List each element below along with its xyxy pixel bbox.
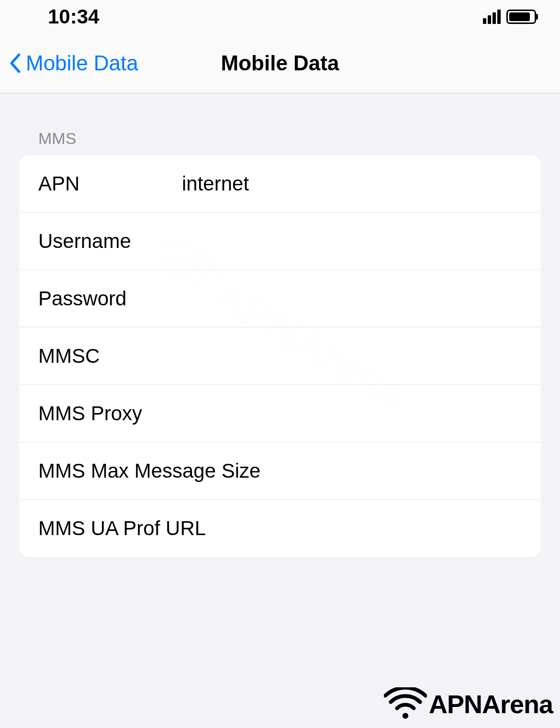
content-area: MMS APN Username Password MMSC MMS Proxy… xyxy=(0,93,560,557)
password-label: Password xyxy=(38,287,182,310)
watermark-logo: APNArena xyxy=(384,687,553,721)
username-input[interactable] xyxy=(182,230,541,253)
password-input[interactable] xyxy=(182,287,541,310)
mms-proxy-label: MMS Proxy xyxy=(38,402,182,425)
apn-row[interactable]: APN xyxy=(19,155,541,213)
chevron-left-icon xyxy=(10,54,21,73)
back-button[interactable]: Mobile Data xyxy=(0,51,138,75)
password-row[interactable]: Password xyxy=(19,270,541,327)
mms-ua-prof-label: MMS UA Prof URL xyxy=(38,517,206,540)
back-label: Mobile Data xyxy=(26,51,138,75)
status-time: 10:34 xyxy=(48,5,99,28)
username-row[interactable]: Username xyxy=(19,213,541,270)
status-bar: 10:34 xyxy=(0,0,560,34)
navigation-bar: Mobile Data Mobile Data xyxy=(0,34,560,93)
apn-input[interactable] xyxy=(182,172,541,195)
section-header-mms: MMS xyxy=(19,129,541,148)
apn-label: APN xyxy=(38,172,182,195)
svg-point-0 xyxy=(403,713,408,718)
wifi-icon xyxy=(384,687,427,721)
mms-settings-group: APN Username Password MMSC MMS Proxy MMS… xyxy=(19,155,541,557)
status-indicators xyxy=(483,10,536,24)
page-title: Mobile Data xyxy=(221,51,339,75)
username-label: Username xyxy=(38,230,182,253)
mms-ua-prof-row[interactable]: MMS UA Prof URL xyxy=(19,500,541,557)
mms-max-size-row[interactable]: MMS Max Message Size xyxy=(19,442,541,500)
mmsc-input[interactable] xyxy=(182,345,541,368)
battery-icon xyxy=(506,10,536,24)
mms-proxy-row[interactable]: MMS Proxy xyxy=(19,385,541,442)
mms-max-size-label: MMS Max Message Size xyxy=(38,459,260,482)
mmsc-label: MMSC xyxy=(38,345,182,368)
mms-ua-prof-input[interactable] xyxy=(206,517,541,540)
watermark-text: APNArena xyxy=(429,689,553,719)
cellular-signal-icon xyxy=(483,10,501,24)
mms-max-size-input[interactable] xyxy=(260,459,541,482)
mms-proxy-input[interactable] xyxy=(182,402,541,425)
mmsc-row[interactable]: MMSC xyxy=(19,327,541,385)
